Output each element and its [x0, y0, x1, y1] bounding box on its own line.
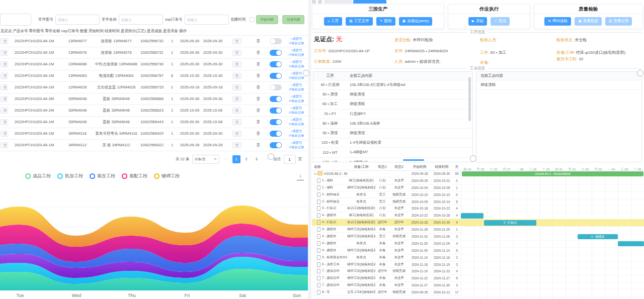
tab-fragment[interactable]: [318, 0, 322, 4]
table-row[interactable]: 否 2022HPCH1020-84-1M 12RM4028 主出线盒盖 12RM…: [0, 82, 308, 93]
page-size-select[interactable]: 10条/页: [192, 155, 219, 164]
suite-link[interactable]: ⌂成套性: [290, 141, 302, 144]
suite-link[interactable]: ⌂成套性: [290, 48, 302, 52]
modify-record-link[interactable]: ↺修改记录: [289, 134, 304, 137]
process-row[interactable]: 50 • 清理 焊缝清理: [313, 90, 472, 99]
table-row[interactable]: 否 2022HPCH1020-84-1M 13RM4077 连接板 13RM40…: [0, 36, 308, 47]
tab-fragment-active[interactable]: [353, 0, 386, 4]
gantt-row[interactable]: ⊟ 2 - 材料核实 检查员 完工 拖期完成 2024-10-10 2024-1…: [312, 191, 461, 198]
gantt-row[interactable]: ⊟ 5 - 检查模全块外径 检查员 具备 未进序 2024-11-14 2024…: [312, 254, 461, 261]
suite-link[interactable]: ⌂成套性: [290, 37, 302, 40]
modify-record-link[interactable]: ↺修改记录: [289, 87, 304, 91]
modify-record-link[interactable]: ↺修改记录: [289, 41, 304, 45]
card-button[interactable]: ▤ 工艺文件: [346, 17, 373, 26]
part-name-input[interactable]: [119, 15, 163, 25]
suite-link[interactable]: ⌂成套性: [290, 71, 302, 75]
ready-toggle[interactable]: [270, 50, 282, 56]
suite-link[interactable]: ⌂成套性: [290, 94, 302, 98]
table-row[interactable]: 否 2022HPCH1020-84-1M 33RM4046 盖板 33RM404…: [0, 117, 308, 128]
gantt-row[interactable]: ⊟ H1026-66-3 - MHZ2A8300 2024-09-18 2024…: [312, 170, 461, 177]
vertical-scrollbar[interactable]: [468, 77, 471, 121]
table-row[interactable]: 否 2022HPCH1020-84-3M 33RM4046 盖板 33RM404…: [0, 93, 308, 105]
table-row[interactable]: 否 2022HPCH1020-84-1M 13RM4083 电缆装配 13RM4…: [0, 70, 308, 82]
prev-page-button[interactable]: ‹: [222, 155, 230, 163]
ready-toggle[interactable]: [270, 119, 282, 125]
gantt-row[interactable]: ⊟ 4 - 搪模块 铆焊工段(核电制造部) 完工 按期完成 2024-11-02…: [312, 233, 461, 240]
process-row[interactable]: 90 • 清理 焊缝清理: [313, 129, 472, 138]
witness-chip[interactable]: 否: [1, 38, 8, 44]
table-row[interactable]: 否 2022HPCH1020-84-1M 13RM4086 中性点连接板 13R…: [0, 59, 308, 70]
ready-toggle[interactable]: [270, 61, 282, 67]
gantt-row[interactable]: ⊟ 4 - 搪模块 铆焊工段(核电制造部) 具备 未进序 2024-11-28 …: [312, 226, 461, 233]
gantt-row[interactable]: ⊟ 7 - 搪保持环 铆焊工段(核电制造部) 具备 未进序 2024-11-27…: [312, 282, 461, 289]
modify-record-link[interactable]: ↺修改记录: [289, 111, 304, 114]
ready-toggle[interactable]: [270, 84, 282, 90]
split-chip[interactable]: 否: [232, 96, 242, 102]
download-icon[interactable]: ↓: [297, 173, 304, 180]
tree-collapse-icon[interactable]: ⊟: [314, 172, 316, 175]
gantt-row[interactable]: ⊟ 4 - 搪模块 铆焊工段(核电制造部) 具备 未进序 2024-11-09 …: [312, 247, 461, 254]
page-number-button[interactable]: 2: [243, 155, 251, 163]
suite-link[interactable]: ⌂成套性: [290, 118, 302, 121]
horizontal-scrollbar[interactable]: [403, 159, 424, 161]
ready-toggle[interactable]: [270, 131, 282, 137]
witness-chip[interactable]: 否: [1, 142, 8, 148]
card-button[interactable]: ▦ 质量数据: [575, 17, 602, 26]
suite-link[interactable]: ⌂成套性: [290, 106, 302, 110]
process-row[interactable]: 100 • 检查 1-4号焊缝目视检查: [313, 138, 472, 148]
process-row[interactable]: 70 • PT 打底焊PT: [313, 110, 472, 119]
witness-chip[interactable]: 否: [1, 73, 8, 78]
split-chip[interactable]: 否: [232, 73, 242, 78]
table-row[interactable]: 否 2022HPCH1020-84-1M 34RM4116 直角等径弯头 34R…: [0, 128, 308, 140]
page-number-button[interactable]: 3: [253, 155, 261, 163]
modify-record-link[interactable]: ↺修改记录: [289, 53, 304, 56]
split-chip[interactable]: 否: [232, 108, 242, 113]
card-button[interactable]: ▣ 合格证(wms): [399, 17, 433, 26]
gantt-row[interactable]: ⊟ 7 - 搪保持环 铆焊工段(核电制造部) 进行中 按期完成 2024-11-…: [312, 268, 461, 275]
gantt-row[interactable]: ⊟ 6 - 清理工件 铆焊工段(核电制造部) 具备 未进序 2024-11-16…: [312, 261, 461, 268]
card-button[interactable]: ✓ 完成: [491, 17, 510, 26]
resize-handle-chart[interactable]: [268, 153, 274, 160]
legend-item[interactable]: 机加工段: [57, 173, 83, 179]
witness-chip[interactable]: 否: [1, 61, 8, 67]
gantt-row[interactable]: ⊟ 2 - 材料核实 检查员 完工 拖期完成 2024-10-09 2024-1…: [312, 198, 461, 206]
card-button[interactable]: ≡ 工序: [324, 17, 342, 26]
witness-chip[interactable]: 否: [1, 84, 8, 90]
gantt-bar[interactable]: 4 - 打标识: [484, 220, 536, 226]
gantt-row[interactable]: ⊟ 1 - 领料 铆焊工段(核电制造部) 计划 未进序 2024-10-04 2…: [312, 184, 461, 191]
modify-record-link[interactable]: ↺修改记录: [289, 64, 304, 68]
split-chip[interactable]: 否: [232, 142, 242, 148]
legend-item[interactable]: 装配工段: [122, 173, 147, 179]
gantt-bar[interactable]: [618, 241, 644, 247]
split-chip[interactable]: 否: [232, 61, 242, 67]
split-chip[interactable]: 否: [232, 84, 242, 90]
modify-record-link[interactable]: ↺修改记录: [289, 145, 304, 149]
witness-chip[interactable]: 否: [1, 96, 8, 102]
suite-link[interactable]: ⌂成套性: [290, 83, 302, 86]
gantt-row[interactable]: ⊟ 3 - 打标识 标识工(核电制造部) 计划 未进序 2024-10-18 2…: [312, 205, 461, 212]
table-row[interactable]: 否 2022HPCH1020-84-1M 34RM4112 压 板 34RM41…: [0, 140, 308, 151]
witness-chip[interactable]: 否: [1, 50, 8, 55]
gantt-row[interactable]: ⊟ 7 - 搪保持环 铆焊工段(核电制造部) 具备 未进序 2024-11-22…: [312, 275, 461, 282]
gantt-bar[interactable]: [461, 213, 484, 219]
legend-item[interactable]: 装压工段: [90, 173, 115, 179]
gantt-bar[interactable]: H1026-66-3 - MHZ2A8300: [462, 171, 643, 177]
goto-page-input[interactable]: [284, 155, 296, 164]
witness-chip[interactable]: 否: [1, 131, 8, 136]
legend-item[interactable]: 铆焊工段: [154, 173, 180, 179]
ready-toggle[interactable]: [270, 108, 282, 114]
table-row[interactable]: 否 2022HPCH1020-84-1M 13RM4076 连接板 13RM40…: [0, 47, 308, 59]
sap-order-input[interactable]: [185, 15, 229, 25]
resize-handle-bottom[interactable]: [470, 155, 476, 162]
tab-fragment[interactable]: [312, 0, 316, 4]
tab-fragment[interactable]: [324, 0, 352, 4]
gantt-row[interactable]: ⊟ 4 - 搪模块 检查员 具备 未进序 2024-11-05 2024-11-…: [312, 240, 461, 247]
witness-chip[interactable]: 否: [1, 108, 8, 113]
part-no-input[interactable]: [55, 15, 100, 25]
ready-toggle[interactable]: [270, 96, 282, 102]
gantt-row[interactable]: ⊟ 4 - 搪模块 铆工(核电制造部) 计划 未进序 2024-10-22 20…: [312, 212, 461, 219]
gantt-row[interactable]: ⊟ 4 - 打标识 标识工(核电制造部) 进行中 进行中 2024-10-26 …: [312, 219, 461, 226]
card-button[interactable]: ✉ 呼叫送检: [544, 17, 571, 26]
start-date-button[interactable]: 开始日期: [256, 15, 278, 24]
gantt-row[interactable]: ⊟ 8 - 车 立车-2.5米(核电制造部) 进行中 拖期完成 2024-09-…: [312, 289, 461, 296]
